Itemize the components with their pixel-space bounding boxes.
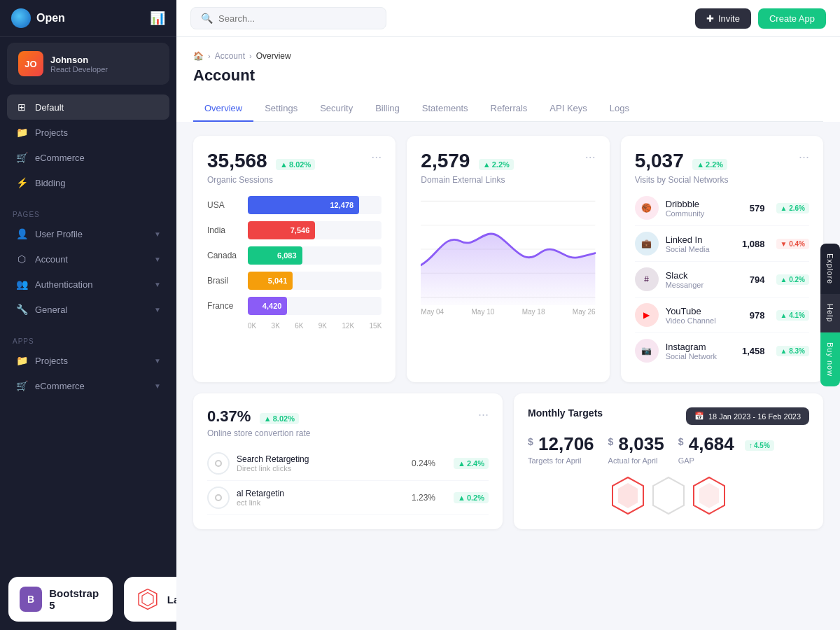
create-app-button[interactable]: Create App	[758, 8, 826, 29]
main-content: 🔍 ✚ Invite Create App 🏠 › Account › Over…	[176, 0, 840, 630]
retarget-pct: 0.24%	[412, 458, 435, 468]
stat-header: 2,579 ▲ 2.2% ···	[421, 150, 595, 172]
bootstrap-card[interactable]: B Bootstrap 5	[8, 577, 113, 622]
social-visits-value: 5,037	[635, 150, 684, 172]
targets-label: Targets for April	[528, 456, 594, 465]
user-card[interactable]: JO Johnson React Developer	[7, 43, 169, 85]
search-input[interactable]	[218, 13, 376, 24]
social-item: # Slack Messanger 794 ▲ 0.2%	[635, 262, 809, 298]
sidebar-item-apps-ecommerce[interactable]: 🛒 eCommerce ▼	[7, 373, 169, 398]
sidebar-item-account[interactable]: ⬡ Account ▼	[7, 246, 169, 272]
dots-menu[interactable]: ···	[371, 150, 382, 164]
stat-value-area: 35,568 ▲ 8.02%	[207, 150, 315, 172]
dots-menu[interactable]: ···	[585, 150, 596, 164]
social-networks-card: 5,037 ▲ 2.2% ··· Visits by Social Networ…	[621, 136, 823, 382]
stat-value-area: 0.37% ▲ 8.02%	[207, 407, 299, 426]
social-item: ▶ YouTube Video Channel 978 ▲ 4.1%	[635, 298, 809, 333]
svg-marker-11	[699, 483, 719, 508]
sidebar-item-label: Account	[35, 254, 147, 265]
cart-icon: 🛒	[15, 151, 28, 164]
targets-amount: $ 12,706	[528, 433, 594, 455]
bar-country: Brasil	[207, 276, 241, 286]
sidebar-item-user-profile[interactable]: 👤 User Profile ▼	[7, 221, 169, 246]
app-name: Open	[36, 12, 65, 24]
bar-wrap: 6,083	[248, 246, 382, 265]
social-info: Instagram Social Network	[666, 342, 735, 360]
sidebar-logo: Open 📊	[0, 0, 176, 37]
dots-menu[interactable]: ···	[799, 150, 809, 164]
bar-wrap: 5,041	[248, 272, 382, 290]
tab-settings[interactable]: Settings	[253, 96, 309, 122]
social-platform-icon: ▶	[635, 303, 659, 327]
create-app-label: Create App	[769, 13, 815, 24]
sidebar-item-general[interactable]: 🔧 General ▼	[7, 297, 169, 322]
tab-billing[interactable]: Billing	[364, 96, 411, 122]
social-badge: ▲ 8.3%	[776, 346, 809, 356]
retarget-icon	[207, 452, 230, 475]
bar-axis: 0K 3K 6K 9K 12K 15K	[207, 322, 382, 330]
sidebar-item-bidding[interactable]: ⚡ Bidding	[7, 170, 169, 195]
tab-statements[interactable]: Statements	[411, 96, 479, 122]
social-visits-badge: ▲ 2.2%	[692, 159, 727, 170]
pages-label: PAGES	[7, 204, 169, 221]
domain-links-label: Domain External Links	[421, 175, 595, 185]
retargeting-list: Search Retargeting Direct link clicks 0.…	[207, 447, 489, 515]
bar-country: France	[207, 301, 241, 311]
tab-logs[interactable]: Logs	[598, 96, 640, 122]
tab-security[interactable]: Security	[309, 96, 364, 122]
tab-api-keys[interactable]: API Keys	[538, 96, 598, 122]
chart-x-axis: May 04 May 10 May 18 May 26	[421, 305, 595, 318]
tab-overview[interactable]: Overview	[193, 96, 253, 122]
help-button[interactable]: Help	[820, 294, 840, 332]
social-platform-icon: 🏀	[635, 196, 659, 220]
sidebar-item-authentication[interactable]: 👥 Authentication ▼	[7, 272, 169, 297]
bar-country: Canada	[207, 251, 241, 260]
calendar-icon: 📅	[694, 412, 704, 421]
social-name: Linked In	[666, 234, 735, 245]
buy-now-button[interactable]: Buy now	[820, 332, 840, 386]
search-box[interactable]: 🔍	[190, 7, 386, 29]
svg-marker-1	[142, 592, 153, 606]
bar-fill: 12,478	[248, 196, 359, 214]
domain-links-badge: ▲ 2.2%	[479, 159, 514, 170]
social-platform-icon: #	[635, 267, 659, 291]
conv-rate-badge: ▲ 8.02%	[260, 413, 299, 424]
bar-chart: USA 12,478 India 7,546 Canada 6,083 Bras…	[207, 196, 382, 315]
topbar: 🔍 ✚ Invite Create App	[176, 0, 840, 37]
sidebar-item-apps-projects[interactable]: 📁 Projects ▼	[7, 348, 169, 373]
dots-menu[interactable]: ···	[478, 407, 489, 422]
sidebar-item-ecommerce[interactable]: 🛒 eCommerce	[7, 145, 169, 170]
cart-icon: 🛒	[15, 379, 28, 392]
sidebar-item-label: Projects	[35, 127, 161, 138]
chart-icon[interactable]: 📊	[150, 10, 165, 26]
tab-referrals[interactable]: Referrals	[479, 96, 539, 122]
users-icon: 👥	[15, 278, 28, 290]
domain-links-card: 2,579 ▲ 2.2% ··· Domain External Links	[407, 136, 609, 382]
sidebar-item-default[interactable]: ⊞ Default	[7, 94, 169, 120]
social-count: 1,088	[742, 239, 765, 249]
invite-button[interactable]: ✚ Invite	[695, 8, 751, 29]
conv-rate-label: Online store convertion rate	[207, 428, 489, 438]
folder-icon: 📁	[15, 354, 28, 367]
breadcrumb-account[interactable]: Account	[215, 51, 245, 61]
organic-sessions-card: 35,568 ▲ 8.02% ··· Organic Sessions USA …	[193, 136, 396, 382]
social-info: Dribbble Community	[666, 199, 743, 218]
sidebar-item-label: eCommerce	[35, 153, 161, 163]
social-type: Messanger	[666, 281, 743, 289]
retarget-item: al Retargetin ect link 1.23% ▲ 0.2%	[207, 481, 489, 515]
dashboard: 35,568 ▲ 8.02% ··· Organic Sessions USA …	[176, 122, 840, 543]
home-icon[interactable]: 🏠	[193, 51, 204, 61]
stat-header: 0.37% ▲ 8.02% ···	[207, 407, 489, 426]
explore-button[interactable]: Explore	[820, 244, 840, 294]
sidebar-item-projects[interactable]: 📁 Projects	[7, 120, 169, 145]
retarget-name: al Retargetin	[237, 489, 405, 498]
svg-marker-8	[618, 483, 638, 508]
bar-value: 4,420	[262, 302, 282, 310]
retarget-sub: Direct link clicks	[237, 464, 405, 472]
chevron-down-icon: ▼	[154, 230, 161, 238]
stats-row: 35,568 ▲ 8.02% ··· Organic Sessions USA …	[193, 136, 823, 382]
breadcrumb: 🏠 › Account › Overview	[193, 51, 823, 61]
social-badge: ▼ 0.4%	[776, 239, 809, 249]
retarget-info: al Retargetin ect link	[237, 489, 405, 507]
gap-badge: ↑ 4.5%	[745, 440, 774, 451]
